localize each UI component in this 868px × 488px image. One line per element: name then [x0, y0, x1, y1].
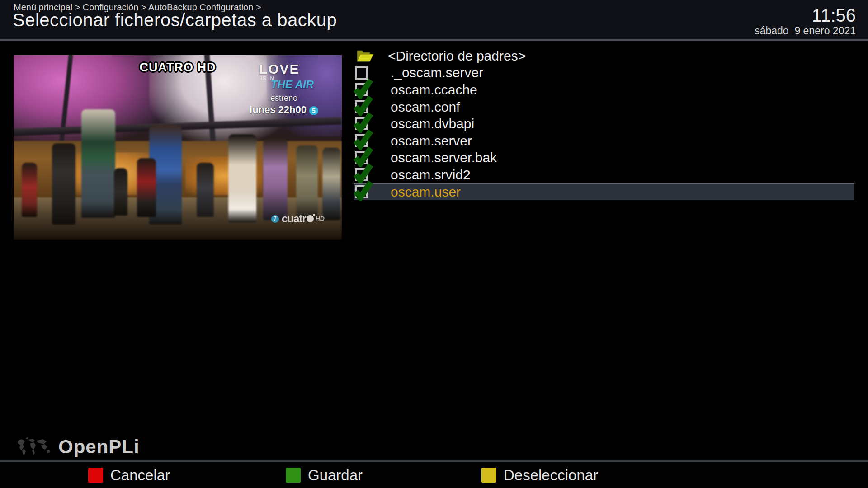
live-video-preview: CUATRO HD LOVE IS IN THE AIR estreno lun…: [14, 55, 342, 240]
file-list-row[interactable]: oscam.user: [354, 183, 854, 201]
row-state-gutter: [354, 183, 388, 201]
file-name-label: <Directorio de padres>: [388, 48, 526, 64]
cuatro-watermark-text: cuatr: [282, 212, 306, 225]
promo-theair-text: THE AIR: [271, 79, 314, 90]
file-list-row[interactable]: ._oscam.server: [354, 65, 854, 82]
row-state-gutter: [354, 47, 388, 65]
row-state-gutter: [354, 81, 388, 99]
checkbox-icon: [355, 100, 368, 113]
promo-estreno-text: estreno: [250, 93, 318, 103]
tv-screen: Menú principal > Configuración > AutoBac…: [0, 0, 868, 488]
cuatro-o-icon: [307, 215, 314, 222]
promo-time-text: lunes 22h00: [250, 104, 307, 115]
file-list-row[interactable]: oscam.conf: [354, 99, 854, 116]
file-list-row[interactable]: <Directorio de padres>: [354, 47, 854, 65]
file-list-row[interactable]: oscam.server: [354, 132, 854, 150]
checkbox-icon: [355, 83, 368, 96]
telecinco-badge-icon: 5: [309, 106, 318, 115]
checkbox-icon: [355, 185, 368, 198]
color-key-icon: [88, 468, 103, 483]
file-name-label: ._oscam.server: [391, 65, 483, 80]
row-state-gutter: [354, 65, 388, 82]
file-name-label: oscam.dvbapi: [391, 116, 474, 131]
checkbox-icon: [355, 168, 368, 181]
file-list-row[interactable]: oscam.dvbapi: [354, 115, 854, 132]
file-list-row[interactable]: oscam.ccache: [354, 81, 854, 99]
checkbox-icon: [355, 134, 368, 147]
color-button-bar: Cancelar Guardar Deseleccionar: [0, 462, 868, 488]
file-name-label: oscam.srvid2: [391, 167, 471, 183]
color-button-label: Deseleccionar: [504, 467, 598, 484]
row-state-gutter: [354, 150, 388, 167]
color-button-red[interactable]: Cancelar: [88, 462, 170, 488]
color-button-yellow[interactable]: Deseleccionar: [481, 462, 598, 488]
video-watermark: 7cuatrHD: [271, 212, 325, 225]
file-name-label: oscam.server: [391, 133, 472, 149]
promo-love-text: LOVE: [259, 62, 314, 76]
color-button-label: Cancelar: [110, 467, 170, 484]
row-state-gutter: [354, 132, 388, 150]
checkbox-icon: [355, 117, 368, 130]
hd-watermark-text: HD: [316, 215, 325, 222]
video-promo-schedule: estreno lunes 22h005: [250, 93, 318, 116]
file-name-label: oscam.server.bak: [391, 150, 497, 165]
file-list-row[interactable]: oscam.server.bak: [354, 150, 854, 167]
row-state-gutter: [354, 166, 388, 183]
openpli-logo-text: OpenPLi: [58, 436, 140, 458]
row-state-gutter: [354, 115, 388, 132]
page-title: Seleccionar ficheros/carpetas a backup: [13, 10, 337, 30]
header-separator: [0, 39, 868, 41]
color-button-label: Guardar: [308, 467, 363, 484]
row-state-gutter: [354, 99, 388, 116]
color-key-icon: [481, 468, 496, 483]
file-name-label: oscam.conf: [391, 99, 460, 115]
header: Menú principal > Configuración > AutoBac…: [0, 0, 868, 39]
backup-file-list: <Directorio de padres>: [354, 47, 854, 200]
video-promo-logo: LOVE IS IN THE AIR: [259, 62, 314, 90]
color-key-icon: [286, 468, 301, 483]
file-list-row[interactable]: oscam.srvid2: [354, 166, 854, 183]
file-name-label: oscam.user: [391, 184, 461, 200]
checkbox-icon: [355, 151, 368, 164]
clock: 11:56: [812, 5, 856, 26]
date: sábado 9 enero 2021: [755, 25, 856, 37]
la7-badge-icon: 7: [271, 215, 279, 223]
checkbox-icon: [355, 66, 368, 80]
folder-icon: [356, 49, 374, 63]
file-name-label: oscam.ccache: [391, 82, 477, 98]
color-button-green[interactable]: Guardar: [286, 462, 363, 488]
world-map-icon: [15, 437, 54, 459]
